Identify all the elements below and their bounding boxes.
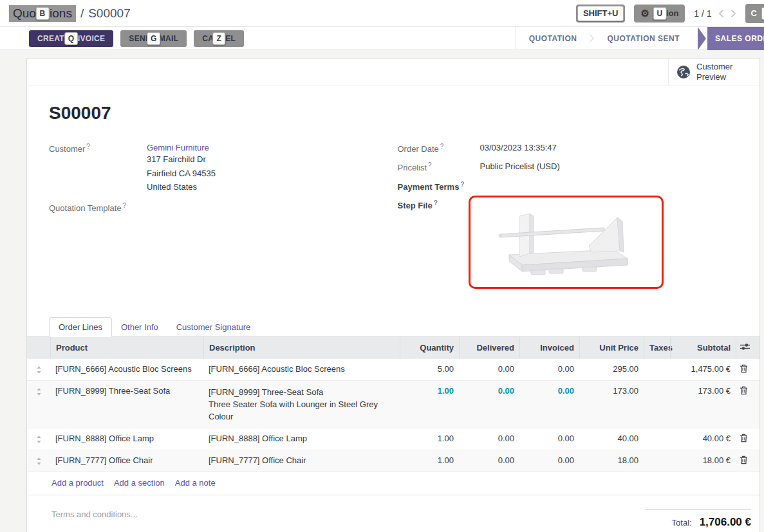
- column-header-subtotal[interactable]: Subtotal: [670, 337, 736, 358]
- cell-quantity[interactable]: 1.00: [400, 428, 459, 450]
- cell-description[interactable]: [FURN_6666] Acoustic Bloc Screens: [203, 359, 400, 380]
- pager-previous-button[interactable]: [718, 9, 724, 18]
- cell-quantity[interactable]: 1.00: [400, 450, 459, 472]
- cell-unit-price[interactable]: 295.00: [579, 359, 644, 380]
- customer-preview-label: Customer Preview: [696, 62, 741, 83]
- pager-next-button[interactable]: [731, 9, 736, 18]
- add-section-link[interactable]: Add a section: [114, 478, 165, 488]
- column-header-delivered[interactable]: Delivered: [459, 337, 519, 358]
- tab-order-lines[interactable]: Order Lines: [49, 317, 112, 337]
- chevron-right-icon: [731, 9, 736, 18]
- terms-and-conditions-input[interactable]: Terms and conditions...: [51, 509, 138, 519]
- record-title: S00007: [49, 103, 734, 124]
- column-header-product[interactable]: Product: [50, 337, 203, 358]
- cell-quantity[interactable]: 5.00: [400, 359, 459, 380]
- cell-product[interactable]: [FURN_6666] Acoustic Bloc Screens: [50, 359, 203, 380]
- customer-link[interactable]: Gemini Furniture: [147, 143, 216, 152]
- breadcrumb-separator: /: [80, 6, 84, 21]
- shortcut-badge-partial: [761, 7, 764, 20]
- cell-unit-price[interactable]: 18.00: [579, 450, 644, 472]
- shortcut-badge-q: Q: [64, 32, 79, 45]
- cell-product[interactable]: [FURN_8888] Office Lamp: [50, 428, 203, 450]
- help-icon: ?: [123, 202, 127, 209]
- drag-handle[interactable]: [27, 381, 50, 428]
- table-row[interactable]: [FURN_6666] Acoustic Bloc Screens [FURN_…: [27, 358, 759, 380]
- breadcrumb-record: S00007: [88, 6, 131, 21]
- tab-customer-signature[interactable]: Customer Signature: [167, 318, 260, 336]
- cell-unit-price[interactable]: 40.00: [579, 428, 644, 450]
- column-header-invoiced[interactable]: Invoiced: [519, 337, 579, 358]
- cell-product[interactable]: [FURN_8999] Three-Seat Sofa: [50, 381, 203, 428]
- column-header-taxes[interactable]: Taxes: [644, 337, 670, 358]
- field-customer: Customer? Gemini Furniture 317 Fairchild…: [49, 143, 386, 194]
- cell-taxes[interactable]: [644, 381, 670, 428]
- column-header-description[interactable]: Description: [203, 337, 400, 358]
- cell-invoiced[interactable]: 0.00: [519, 381, 579, 428]
- send-email-button[interactable]: SEND EMAIL G: [120, 30, 187, 47]
- field-column-left: Customer? Gemini Furniture 317 Fairchild…: [49, 143, 386, 297]
- tab-other-info[interactable]: Other Info: [112, 318, 167, 336]
- step-file-3d-preview-image: [491, 206, 640, 278]
- cell-invoiced[interactable]: 0.00: [519, 359, 579, 380]
- add-note-link[interactable]: Add a note: [175, 478, 216, 488]
- up-down-arrows-icon: [36, 436, 42, 443]
- delete-row-button[interactable]: [736, 381, 761, 428]
- cell-subtotal[interactable]: 18.00 €: [670, 450, 736, 472]
- shortcut-hint-wrapper[interactable]: SHIFT+U: [576, 5, 626, 23]
- status-step-sales-order[interactable]: SALES ORDER: [698, 27, 764, 50]
- cell-delivered[interactable]: 0.00: [459, 381, 519, 428]
- table-row[interactable]: [FURN_8888] Office Lamp [FURN_8888] Offi…: [27, 428, 759, 450]
- delete-row-button[interactable]: [736, 428, 761, 450]
- pricelist-value[interactable]: Public Pricelist (USD): [480, 161, 560, 172]
- cell-invoiced[interactable]: 0.00: [519, 428, 579, 450]
- top-header: Quotations B / S00007 SHIFT+U ⚙ Action U…: [0, 0, 764, 27]
- drag-handle[interactable]: [27, 428, 50, 450]
- cell-product[interactable]: [FURN_7777] Office Chair: [50, 450, 203, 472]
- action-bar: CREATE INVOICE Q SEND EMAIL G CANCEL Z Q…: [0, 27, 764, 50]
- status-step-quotation[interactable]: QUOTATION: [516, 27, 590, 50]
- customer-preview-button[interactable]: Customer Preview: [668, 59, 759, 86]
- order-date-value[interactable]: 03/03/2023 13:35:47: [480, 143, 557, 154]
- cell-taxes[interactable]: [644, 359, 670, 380]
- drag-handle[interactable]: [27, 359, 50, 380]
- cell-delivered[interactable]: 0.00: [459, 428, 519, 450]
- help-icon: ?: [434, 199, 438, 206]
- trash-icon: [740, 455, 748, 464]
- action-button[interactable]: ⚙ Action U: [634, 5, 685, 23]
- cell-invoiced[interactable]: 0.00: [519, 450, 579, 472]
- cell-unit-price[interactable]: 173.00: [579, 381, 644, 428]
- delete-row-button[interactable]: [736, 450, 761, 472]
- cell-taxes[interactable]: [644, 450, 670, 472]
- field-quotation-template: Quotation Template?: [49, 202, 386, 213]
- pager-value: 1 / 1: [694, 8, 711, 19]
- cell-description[interactable]: [FURN_8999] Three-Seat Sofa Three Seater…: [203, 381, 400, 428]
- cell-subtotal[interactable]: 173.00 €: [670, 381, 736, 428]
- cancel-button[interactable]: CANCEL Z: [194, 30, 244, 47]
- cell-delivered[interactable]: 0.00: [459, 450, 519, 472]
- optional-columns-button[interactable]: [736, 338, 761, 358]
- create-button[interactable]: C: [745, 4, 764, 23]
- cell-quantity[interactable]: 1.00: [400, 381, 459, 428]
- cell-subtotal[interactable]: 1,475.00 €: [670, 359, 736, 380]
- cell-taxes[interactable]: [644, 428, 670, 450]
- step-file-preview[interactable]: [469, 196, 664, 289]
- trash-icon: [740, 434, 748, 443]
- cell-description[interactable]: [FURN_7777] Office Chair: [203, 450, 400, 472]
- status-step-quotation-sent[interactable]: QUOTATION SENT: [594, 27, 693, 50]
- add-product-link[interactable]: Add a product: [51, 478, 104, 488]
- shortcut-badge-u: U: [653, 7, 667, 20]
- address-line: 317 Fairchild Dr: [147, 152, 216, 167]
- cell-delivered[interactable]: 0.00: [459, 359, 519, 380]
- cell-description[interactable]: [FURN_8888] Office Lamp: [203, 428, 400, 450]
- delete-row-button[interactable]: [736, 359, 761, 380]
- status-step-sales-order-label: SALES ORDER: [707, 27, 764, 50]
- column-header-quantity[interactable]: Quantity: [400, 337, 459, 358]
- table-row[interactable]: [FURN_7777] Office Chair [FURN_7777] Off…: [27, 450, 759, 472]
- table-row[interactable]: [FURN_8999] Three-Seat Sofa [FURN_8999] …: [27, 380, 759, 428]
- breadcrumb-section-quotations[interactable]: Quotations B: [9, 5, 76, 22]
- cell-subtotal[interactable]: 40.00 €: [670, 428, 736, 450]
- create-invoice-button[interactable]: CREATE INVOICE Q: [29, 30, 113, 47]
- drag-handle[interactable]: [27, 450, 50, 472]
- field-order-date: Order Date? 03/03/2023 13:35:47: [398, 143, 734, 154]
- column-header-unit-price[interactable]: Unit Price: [579, 337, 644, 358]
